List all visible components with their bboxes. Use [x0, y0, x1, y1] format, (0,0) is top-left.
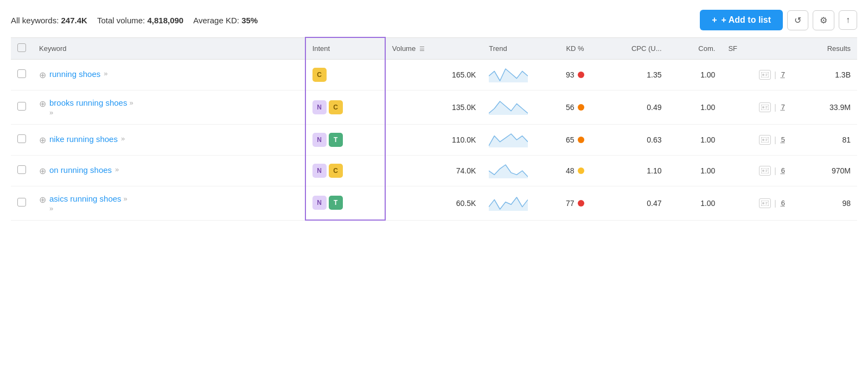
cell-sf-1: | 7: [722, 59, 792, 90]
keyword-link[interactable]: running shoes: [49, 69, 100, 79]
sf-number[interactable]: 7: [780, 103, 785, 111]
sf-icon[interactable]: [759, 166, 771, 176]
total-volume-label: Total volume: 4,818,090: [97, 16, 183, 25]
add-keyword-icon[interactable]: ⊕: [39, 135, 46, 145]
cell-intent-5: NT: [305, 186, 385, 220]
refresh-button[interactable]: ↺: [787, 10, 808, 30]
sf-number[interactable]: 6: [780, 166, 785, 175]
sf-icon[interactable]: [759, 135, 771, 145]
svg-point-2: [762, 74, 764, 76]
cell-com-3: 1.00: [668, 124, 722, 155]
all-keywords-label: All keywords: 247.4K: [11, 16, 87, 25]
add-to-list-button[interactable]: + + Add to list: [700, 10, 783, 30]
keyword-arrows-2: »: [49, 204, 127, 212]
th-volume[interactable]: Volume ☰: [385, 37, 483, 59]
row-checkbox-4: [11, 155, 33, 186]
intent-badge-c: C: [329, 164, 343, 178]
kd-dot: [578, 72, 584, 78]
cell-trend-4: [482, 155, 534, 186]
add-keyword-icon[interactable]: ⊕: [39, 166, 46, 176]
th-results: Results: [792, 37, 857, 59]
cell-com-4: 1.00: [668, 155, 722, 186]
sf-number[interactable]: 7: [780, 70, 785, 79]
table-row: ⊕ nike running shoes » NT 110.0K 65 0.63…: [11, 124, 857, 155]
cell-trend-3: [482, 124, 534, 155]
cell-kd-1: 93: [534, 59, 590, 90]
row-checkbox[interactable]: [17, 165, 26, 174]
keyword-arrows: »: [124, 195, 127, 203]
row-checkbox-5: [11, 186, 33, 220]
sf-icon[interactable]: [759, 198, 771, 208]
cell-results-5: 98: [792, 186, 857, 220]
svg-rect-23: [765, 202, 768, 203]
cell-volume-5: 60.5K: [385, 186, 483, 220]
svg-point-12: [762, 139, 764, 141]
kd-dot: [578, 104, 584, 111]
row-checkbox[interactable]: [17, 198, 26, 207]
cell-kd-5: 77: [534, 186, 590, 220]
th-trend: Trend: [482, 37, 534, 59]
keyword-link[interactable]: asics running shoes: [49, 194, 122, 203]
cell-com-5: 1.00: [668, 186, 722, 220]
svg-marker-15: [489, 165, 528, 178]
keyword-arrows: »: [115, 165, 119, 173]
keyword-link[interactable]: nike running shoes: [49, 134, 118, 144]
table-row: ⊕ brooks running shoes » » NC 135.0K 56 …: [11, 90, 857, 124]
intent-badge-n: N: [312, 133, 327, 147]
cell-intent-3: NT: [305, 124, 385, 155]
keyword-arrows: »: [129, 99, 133, 107]
kd-value: 93: [566, 70, 575, 79]
settings-button[interactable]: ⚙: [813, 10, 834, 30]
row-checkbox[interactable]: [17, 134, 26, 143]
cell-volume-4: 74.0K: [385, 155, 483, 186]
intent-badge-c: C: [312, 68, 327, 82]
row-checkbox-2: [11, 90, 33, 124]
cell-kd-4: 48: [534, 155, 590, 186]
kd-value: 56: [566, 103, 575, 112]
svg-rect-14: [765, 140, 767, 141]
cell-volume-2: 135.0K: [385, 90, 483, 124]
intent-badge-n: N: [312, 164, 327, 178]
th-intent: Intent: [305, 37, 385, 59]
cell-kd-2: 56: [534, 90, 590, 124]
top-bar: All keywords: 247.4K Total volume: 4,818…: [11, 5, 857, 37]
row-checkbox-3: [11, 124, 33, 155]
add-keyword-icon[interactable]: ⊕: [39, 99, 46, 109]
gear-icon: ⚙: [820, 15, 827, 25]
cell-com-2: 1.00: [668, 90, 722, 124]
cell-keyword-3: ⊕ nike running shoes »: [33, 124, 305, 155]
keyword-link[interactable]: on running shoes: [49, 165, 112, 175]
intent-badge-t: T: [329, 196, 343, 210]
svg-rect-3: [765, 74, 768, 75]
sf-icon[interactable]: [759, 102, 771, 112]
select-all-checkbox[interactable]: [17, 43, 26, 52]
sf-number[interactable]: 5: [780, 136, 785, 144]
export-button[interactable]: ↑: [839, 10, 857, 30]
cell-results-1: 1.3B: [792, 59, 857, 90]
keyword-link[interactable]: brooks running shoes: [49, 98, 127, 107]
row-checkbox[interactable]: [17, 69, 26, 78]
cell-trend-2: [482, 90, 534, 124]
svg-rect-8: [765, 106, 768, 107]
add-keyword-icon[interactable]: ⊕: [39, 195, 46, 205]
sf-number[interactable]: 6: [780, 199, 785, 207]
intent-badge-n: N: [312, 196, 327, 210]
table-row: ⊕ asics running shoes » » NT 60.5K 77 0.…: [11, 186, 857, 220]
row-checkbox[interactable]: [17, 102, 26, 111]
table-row: ⊕ on running shoes » NC 74.0K 48 1.101.0…: [11, 155, 857, 186]
cell-keyword-2: ⊕ brooks running shoes » »: [33, 90, 305, 124]
cell-trend-5: [482, 186, 534, 220]
th-kd: KD %: [534, 37, 590, 59]
svg-rect-9: [765, 107, 767, 108]
cell-results-3: 81: [792, 124, 857, 155]
intent-badge-t: T: [329, 133, 343, 147]
svg-point-17: [762, 170, 764, 172]
add-keyword-icon[interactable]: ⊕: [39, 70, 46, 80]
keywords-table: Keyword Intent Volume ☰ Trend KD % CPC (…: [11, 37, 857, 221]
svg-rect-18: [765, 170, 768, 171]
cell-sf-4: | 6: [722, 155, 792, 186]
kd-value: 77: [566, 199, 575, 208]
svg-marker-20: [489, 197, 528, 211]
sf-icon[interactable]: [759, 70, 771, 80]
cell-cpc-5: 0.47: [591, 186, 668, 220]
